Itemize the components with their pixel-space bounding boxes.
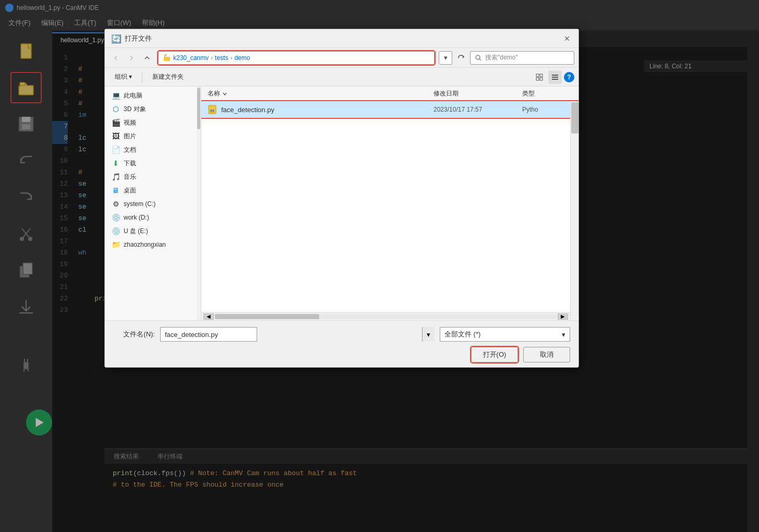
col-type[interactable]: 类型: [516, 89, 579, 98]
sidebar-item-downloads[interactable]: ⬇ 下载: [105, 156, 201, 170]
filetype-dropdown-icon: ▾: [562, 331, 565, 338]
breadcrumb-dropdown-button[interactable]: ▾: [439, 51, 452, 65]
svg-rect-27: [552, 77, 558, 78]
hscroll-right-arrow[interactable]: ▶: [558, 313, 568, 320]
dialog-toolbar: 组织 ▾ 新建文件夹 ?: [105, 68, 579, 87]
file-date-cell: 2023/10/17 17:57: [427, 106, 516, 113]
hscroll-thumb: [215, 314, 319, 319]
hscroll-track[interactable]: [215, 314, 557, 319]
sidebar-item-3d-label: 3D 对象: [124, 105, 146, 114]
video-icon: 🎬: [111, 118, 121, 127]
nav-back-button[interactable]: [109, 51, 123, 65]
sidebar-item-documents[interactable]: 📄 文档: [105, 143, 201, 156]
sidebar-item-network[interactable]: 📁 zhaozhongxian: [105, 238, 201, 251]
button-row: 打开(O) 取消: [113, 347, 570, 362]
dialog-main: 💻 此电脑 ⬡ 3D 对象 🎬 视频 🖼 图片 📄 文档 ⬇ 下载: [105, 87, 579, 320]
network-icon: 📁: [111, 240, 121, 249]
file-name: face_detection.py: [221, 106, 274, 114]
file-list-header: 名称 修改日期 类型: [201, 87, 579, 101]
filename-label: 文件名(N):: [113, 330, 155, 339]
sidebar-item-pictures-label: 图片: [124, 132, 136, 141]
downloads-icon: ⬇: [111, 159, 121, 168]
search-placeholder: 搜索"demo": [485, 53, 518, 62]
file-area-scroll-thumb: [571, 102, 579, 134]
col-name[interactable]: 名称: [201, 89, 427, 98]
sidebar-item-usb[interactable]: 💿 U 盘 (E:): [105, 224, 201, 238]
breadcrumb-tests[interactable]: tests: [215, 54, 228, 62]
sidebar-item-documents-label: 文档: [124, 146, 136, 154]
sidebar-scroll-thumb: [197, 88, 200, 129]
svg-rect-22: [536, 74, 539, 77]
filetype-select[interactable]: 全部文件 (*) ▾: [440, 327, 570, 342]
breadcrumb-root[interactable]: k230_canmv: [173, 54, 209, 62]
file-area-scrollbar[interactable]: [570, 101, 579, 320]
cancel-button[interactable]: 取消: [523, 347, 570, 362]
sidebar-item-downloads-label: 下载: [124, 159, 136, 168]
dialog-title-text: 打开文件: [125, 34, 152, 43]
sidebar-item-system-c[interactable]: ⚙ system (C:): [105, 197, 201, 211]
svg-point-20: [476, 55, 480, 59]
svg-rect-28: [552, 79, 558, 80]
svg-rect-24: [536, 78, 539, 80]
breadcrumb-bar[interactable]: k230_canmv › tests › demo: [158, 51, 435, 65]
filename-input-wrapper: ▾: [160, 327, 435, 342]
usb-icon: 💿: [111, 226, 121, 236]
open-button[interactable]: 打开(O): [471, 347, 518, 362]
svg-rect-19: [164, 57, 170, 61]
drive-c-icon: ⚙: [111, 199, 121, 209]
file-type-cell: Pytho: [516, 106, 579, 113]
view-details-button[interactable]: [533, 70, 546, 84]
new-folder-button[interactable]: 新建文件夹: [147, 70, 189, 83]
toolbar-separator: [142, 72, 142, 82]
drive-d-icon: 💿: [111, 213, 121, 222]
dialog-title-content: 🔄 打开文件: [111, 34, 152, 43]
svg-rect-25: [540, 78, 543, 80]
breadcrumb-demo[interactable]: demo: [234, 54, 250, 62]
sidebar-item-drive-d-label: work (D:): [124, 214, 149, 221]
svg-text:py: py: [210, 108, 214, 113]
sidebar-item-video[interactable]: 🎬 视频: [105, 116, 201, 129]
hscroll-left-arrow[interactable]: ◀: [203, 313, 214, 320]
sidebar-item-music-label: 音乐: [124, 173, 136, 182]
nav-refresh-button[interactable]: [454, 51, 468, 65]
col-date[interactable]: 修改日期: [427, 89, 516, 98]
dialog-nav-bar: k230_canmv › tests › demo ▾ 搜索"demo": [105, 48, 579, 68]
organize-button[interactable]: 组织 ▾: [109, 70, 138, 83]
file-row-face-detection[interactable]: py face_detection.py 2023/10/17 17:57 Py…: [201, 101, 579, 118]
sidebar-item-music[interactable]: 🎵 音乐: [105, 170, 201, 184]
dialog-title-icon: 🔄: [111, 34, 121, 43]
desktop-icon: 🖥: [111, 186, 121, 195]
dialog-file-area: 名称 修改日期 类型 py face_detection.py 2023/10/…: [201, 87, 579, 320]
svg-rect-23: [540, 74, 543, 77]
search-box[interactable]: 搜索"demo": [470, 51, 574, 65]
nav-forward-button[interactable]: [125, 51, 138, 65]
3d-objects-icon: ⬡: [111, 104, 121, 114]
sidebar-scrollbar[interactable]: [197, 87, 201, 320]
sidebar-item-drive-d[interactable]: 💿 work (D:): [105, 211, 201, 224]
music-icon: 🎵: [111, 172, 121, 182]
pictures-icon: 🖼: [111, 131, 121, 141]
nav-up-button[interactable]: [140, 51, 154, 65]
file-name-cell: py face_detection.py: [201, 105, 427, 114]
sidebar-item-desktop[interactable]: 🖥 桌面: [105, 184, 201, 197]
dialog-close-button[interactable]: ✕: [562, 33, 572, 44]
view-large-icons-button[interactable]: [548, 70, 562, 84]
dialog-title-bar: 🔄 打开文件 ✕: [105, 29, 579, 48]
filename-row: 文件名(N): ▾ 全部文件 (*) ▾: [113, 327, 570, 342]
computer-icon: 💻: [111, 91, 121, 100]
sidebar-item-3d[interactable]: ⬡ 3D 对象: [105, 102, 201, 116]
sidebar-item-computer[interactable]: 💻 此电脑: [105, 89, 201, 102]
open-file-dialog: 🔄 打开文件 ✕ k230_canmv › tests › demo ▾: [104, 29, 579, 368]
svg-line-21: [479, 59, 481, 61]
dialog-bottom: 文件名(N): ▾ 全部文件 (*) ▾ 打开(O) 取消: [105, 320, 579, 367]
sidebar-item-pictures[interactable]: 🖼 图片: [105, 129, 201, 143]
dialog-sidebar: 💻 此电脑 ⬡ 3D 对象 🎬 视频 🖼 图片 📄 文档 ⬇ 下载: [105, 87, 201, 320]
documents-icon: 📄: [111, 145, 121, 154]
help-button[interactable]: ?: [564, 72, 574, 82]
svg-rect-26: [552, 75, 558, 76]
filename-input[interactable]: [160, 327, 257, 342]
sidebar-item-usb-label: U 盘 (E:): [124, 227, 148, 236]
filename-dropdown-btn[interactable]: ▾: [422, 327, 435, 342]
python-file-icon: py: [208, 105, 217, 114]
horizontal-scrollbar[interactable]: ◀ ▶: [201, 312, 570, 320]
